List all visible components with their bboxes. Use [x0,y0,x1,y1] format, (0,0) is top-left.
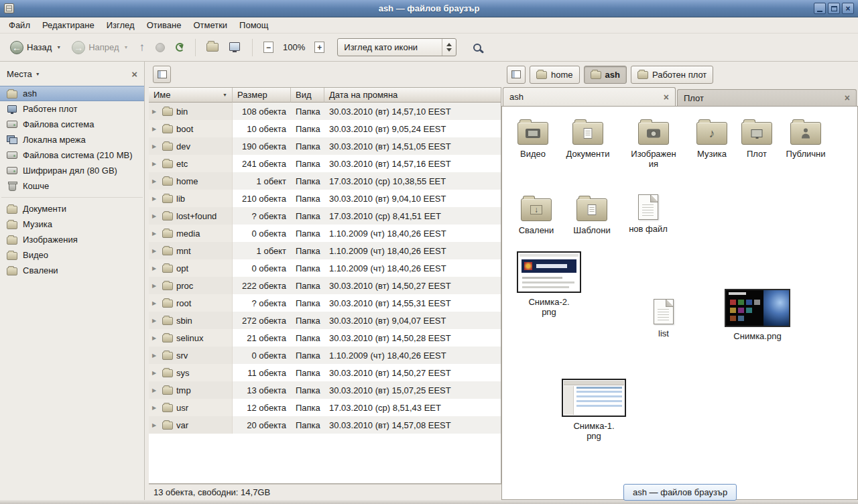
menu-item-bookmarks[interactable]: Отметки [187,18,233,32]
sidebar-item-ash[interactable]: ash [0,86,144,101]
table-row[interactable]: ▶lost+found? обектаПапка17.03.2010 (ср) … [149,207,501,225]
column-header-name[interactable]: Име▼ [149,88,233,103]
close-button[interactable]: × [842,3,854,14]
sidebar-item-filesystem[interactable]: Файлова система [0,117,144,132]
tab-ash[interactable]: ash× [503,87,676,106]
table-row[interactable]: ▶mnt1 обектПапка1.10.2009 (чт) 18,40,26 … [149,242,501,259]
column-header-date[interactable]: Дата на промяна [324,88,501,103]
tab-close-icon[interactable]: × [664,92,669,102]
table-row[interactable]: ▶home1 обектПапка17.03.2010 (ср) 10,38,5… [149,172,501,190]
up-button[interactable]: ↑ [135,38,150,56]
icon-item-snimka1[interactable]: Снимка-1.png [559,379,629,441]
table-row[interactable]: ▶lib210 обектаПапка30.03.2010 (вт) 9,04,… [149,190,501,207]
icon-item-public[interactable]: Публични [777,117,835,159]
expander-icon[interactable]: ▶ [152,300,159,306]
sidebar-item-network[interactable]: Локална мрежа [0,132,144,147]
table-row[interactable]: ▶srv0 обектаПапка1.10.2009 (чт) 18,40,26… [149,346,501,364]
icon-item-downloads[interactable]: ↓ Свалени [507,194,565,235]
icon-item-snimka[interactable]: Снимка.png [723,289,792,341]
sidebar-item-downloads[interactable]: Свалени [0,263,144,278]
path-button-ash[interactable]: ash [584,66,627,84]
pane-location-button[interactable] [153,66,171,83]
sidebar-item-filesystem-210[interactable]: Файлова система (210 MB) [0,147,144,163]
pane-location-button[interactable] [507,66,526,84]
chevron-down-icon[interactable]: ▼ [36,72,40,76]
expander-icon[interactable]: ▶ [152,265,159,271]
menu-item-edit[interactable]: Редактиране [36,18,101,32]
icon-item-new-file[interactable]: нов файл [619,192,677,234]
icon-item-snimka2[interactable]: Снимка-2.png [514,251,584,317]
table-row[interactable]: ▶opt0 обектаПапка1.10.2009 (чт) 18,40,26… [149,259,501,277]
expander-icon[interactable]: ▶ [152,422,159,428]
table-row[interactable]: ▶sys11 обектаПапка30.03.2010 (вт) 14,50,… [149,364,501,381]
zoom-in-button[interactable]: + [310,38,329,56]
table-row[interactable]: ▶media0 обектаПапка1.10.2009 (чт) 18,40,… [149,225,501,242]
table-row[interactable]: ▶var20 обектаПапка30.03.2010 (вт) 14,57,… [149,416,501,434]
back-button[interactable]: ← Назад ▼ [5,38,66,58]
reload-button[interactable] [171,40,189,55]
stop-button[interactable] [151,40,170,56]
icon-item-templates[interactable]: Шаблони [563,194,621,235]
expander-icon[interactable]: ▶ [152,248,159,254]
table-row[interactable]: ▶root? обектаПапка30.03.2010 (вт) 14,55,… [149,294,501,312]
zoom-level[interactable]: 100% [280,42,308,52]
forward-dropdown-icon[interactable]: ▼ [124,45,129,50]
expander-icon[interactable]: ▶ [152,196,159,202]
column-header-size[interactable]: Размер [233,88,291,103]
expander-icon[interactable]: ▶ [152,231,159,237]
sidebar-item-trash[interactable]: Кошче [0,178,144,194]
menu-item-view[interactable]: Изглед [101,18,141,32]
icon-item-video[interactable]: Видео [504,117,562,159]
table-row[interactable]: ▶boot10 обектаПапка30.03.2010 (вт) 9,05,… [149,120,501,137]
expander-icon[interactable]: ▶ [152,109,159,115]
back-dropdown-icon[interactable]: ▼ [56,45,61,50]
table-row[interactable]: ▶sbin272 обектаПапка30.03.2010 (вт) 9,04… [149,312,501,329]
sidebar-item-documents[interactable]: Документи [0,201,144,216]
home-button[interactable] [202,40,223,55]
table-row[interactable]: ▶etc241 обектаПапка30.03.2010 (вт) 14,57… [149,155,501,172]
minimize-button[interactable] [814,3,826,14]
path-button-desktop[interactable]: Работен плот [631,66,713,84]
expander-icon[interactable]: ▶ [152,335,159,341]
search-button[interactable] [467,39,487,56]
sidebar-item-encrypted[interactable]: Шифриран дял (80 GB) [0,163,144,178]
menu-item-go[interactable]: Отиване [141,18,188,32]
sidebar-item-video[interactable]: Видео [0,247,144,263]
sidebar-item-pictures[interactable]: Изображения [0,232,144,247]
sidebar-title[interactable]: Места [7,69,32,79]
expander-icon[interactable]: ▶ [152,178,159,184]
maximize-button[interactable] [828,3,840,14]
expander-icon[interactable]: ▶ [152,283,159,289]
tab-plot[interactable]: Плот× [677,89,857,106]
path-button-home[interactable]: home [530,66,580,84]
tab-close-icon[interactable]: × [845,93,850,103]
expander-icon[interactable]: ▶ [152,318,159,324]
expander-icon[interactable]: ▶ [152,161,159,167]
icon-item-pictures[interactable]: Изображения [625,117,682,169]
expander-icon[interactable]: ▶ [152,213,159,219]
table-row[interactable]: ▶tmp13 обектаПапка30.03.2010 (вт) 15,07,… [149,381,501,399]
expander-icon[interactable]: ▶ [152,370,159,376]
sidebar-close-icon[interactable]: × [131,69,137,79]
table-row[interactable]: ▶bin108 обектаПапка30.03.2010 (вт) 14,57… [149,103,501,120]
table-row[interactable]: ▶proc222 обектаПапка30.03.2010 (вт) 14,5… [149,277,501,294]
forward-button[interactable]: → Напред ▼ [67,38,133,58]
computer-button[interactable] [225,39,246,56]
expander-icon[interactable]: ▶ [152,126,159,132]
icon-item-list[interactable]: list [635,297,692,338]
expander-icon[interactable]: ▶ [152,143,159,149]
icon-item-documents[interactable]: Документи [559,117,617,159]
expander-icon[interactable]: ▶ [152,405,159,411]
sidebar-item-music[interactable]: Музика [0,216,144,232]
zoom-out-button[interactable]: − [259,38,278,56]
table-row[interactable]: ▶dev190 обектаПапка30.03.2010 (вт) 14,51… [149,137,501,155]
taskbar-window-button[interactable]: ash — файлов браузър [623,484,737,501]
column-header-type[interactable]: Вид [291,88,324,103]
table-row[interactable]: ▶selinux21 обектаПапка30.03.2010 (вт) 14… [149,329,501,346]
view-mode-select[interactable]: Изглед като икони [337,38,456,56]
menu-item-help[interactable]: Помощ [233,18,274,32]
expander-icon[interactable]: ▶ [152,353,159,359]
expander-icon[interactable]: ▶ [152,387,159,393]
table-row[interactable]: ▶usr12 обектаПапка17.03.2010 (ср) 8,51,4… [149,399,501,416]
menu-item-file[interactable]: Файл [3,18,36,32]
